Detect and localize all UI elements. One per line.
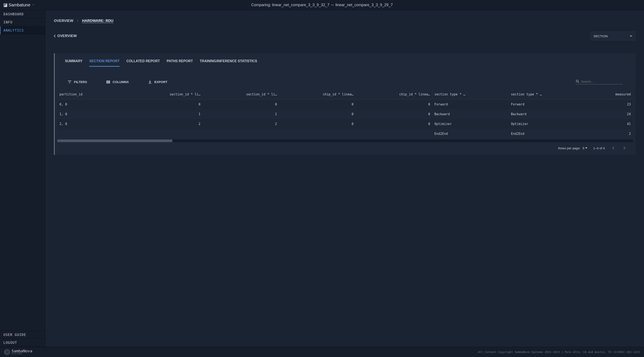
data-table: partition_id section_id * li… section_id… — [55, 90, 636, 139]
cell-section-id-a: 2 — [126, 119, 202, 129]
section-dropdown-value: SECTION — [594, 34, 608, 38]
breadcrumb-current[interactable]: HARDWARE: RDU — [82, 19, 113, 23]
filters-button[interactable]: FILTERS — [68, 80, 87, 84]
chevron-down-icon — [630, 35, 632, 37]
breadcrumb-separator: / — [77, 19, 78, 23]
footer-copyright: All Content Copyright SambaNova Systems … — [478, 350, 640, 354]
tab-section-report[interactable]: SECTION REPORT — [89, 57, 120, 67]
cell-section-type-a: Optimizer — [432, 119, 509, 129]
tab-paths-report[interactable]: PATHS REPORT — [166, 57, 193, 67]
columns-label: COLUMNS — [112, 80, 129, 84]
cell-section-type-a: Forward — [432, 100, 509, 110]
cell-partition-id: 0, 0 — [57, 100, 126, 110]
svg-point-3 — [576, 80, 578, 82]
cell-partition-id — [57, 129, 126, 139]
cell-chip-id-a: 0 — [279, 100, 356, 110]
table-row[interactable]: 2, 0 2 2 0 0 Optimizer Optimizer 41 — [57, 119, 633, 129]
search-icon — [576, 80, 579, 83]
back-button[interactable]: OVERVIEW — [54, 34, 77, 38]
cell-chip-id-b: 0 — [356, 100, 432, 110]
prev-page-button[interactable] — [611, 146, 616, 150]
rows-per-page-value: 5 — [582, 146, 584, 150]
table-row[interactable]: 1, 0 1 1 0 0 Backward Backward 24 — [57, 109, 633, 119]
sidebar-item-dashboard[interactable]: DASHBOARD — [0, 10, 45, 18]
cell-section-type-b: Optimizer — [509, 119, 585, 129]
col-section-type-a[interactable]: section type * … — [432, 90, 509, 100]
sidebar-item-label: DASHBOARD — [4, 12, 24, 16]
rows-per-page-select[interactable]: 5 — [582, 146, 587, 150]
cell-section-id-a — [126, 129, 202, 139]
sidebar-item-label: LOGOUT — [4, 340, 17, 345]
cell-partition-id: 2, 0 — [57, 119, 126, 129]
tab-training-inference-statistics[interactable]: TRAINING/INFERENCE STATISTICS — [200, 57, 257, 67]
cell-partition-id: 1, 0 — [57, 109, 126, 119]
svg-rect-2 — [109, 80, 110, 84]
footer-brand: SambaNova — [12, 349, 32, 353]
report-card: SUMMARY SECTION REPORT COLLATED REPORT P… — [54, 53, 636, 155]
footer: SambaNova SYSTEMS All Content Copyright … — [0, 347, 644, 357]
horizontal-scrollbar[interactable] — [57, 140, 633, 142]
trademark: ™ — [32, 4, 34, 6]
cell-section-id-a: 0 — [126, 100, 202, 110]
cell-section-id-b: 1 — [202, 109, 279, 119]
cell-measured: 41 — [586, 119, 633, 129]
filter-icon — [68, 80, 72, 84]
dropdown-caret-icon — [585, 148, 587, 149]
table-header-row: partition_id section_id * li… section_id… — [57, 90, 633, 100]
table-toolbar: FILTERS COLUMNS EXPORT — [55, 67, 636, 90]
cell-measured: 23 — [586, 100, 633, 110]
col-section-id-a[interactable]: section_id * li… — [126, 90, 202, 100]
app-brand: Sambatune — [8, 2, 30, 8]
cell-measured: 24 — [586, 109, 633, 119]
cell-section-type-b: Forward — [509, 100, 585, 110]
sidebar-item-user-guide[interactable]: USER GUIDE — [0, 330, 45, 339]
col-chip-id-a[interactable]: chip_id * linea… — [279, 90, 356, 100]
sidebar-item-info[interactable]: INFO — [0, 18, 45, 26]
cell-chip-id-a — [279, 129, 356, 139]
footer-logo: SambaNova SYSTEMS — [4, 349, 32, 355]
cell-chip-id-b: 0 — [356, 119, 432, 129]
download-icon — [148, 80, 152, 84]
export-button[interactable]: EXPORT — [148, 80, 168, 84]
col-section-id-b[interactable]: section_id * li… — [202, 90, 279, 100]
cell-section-type-b: Backward — [509, 109, 585, 119]
breadcrumb-root[interactable]: OVERVIEW — [54, 19, 73, 23]
svg-rect-1 — [108, 80, 109, 84]
tab-label: SUMMARY — [65, 59, 82, 63]
columns-button[interactable]: COLUMNS — [106, 80, 129, 84]
section-dropdown[interactable]: SECTION — [590, 32, 636, 40]
sidebar-item-label: USER GUIDE — [4, 333, 26, 337]
filters-label: FILTERS — [74, 80, 87, 84]
cell-chip-id-b — [356, 129, 432, 139]
tab-collated-report[interactable]: COLLATED REPORT — [126, 57, 160, 67]
cell-chip-id-a: 0 — [279, 109, 356, 119]
cell-chip-id-b: 0 — [356, 109, 432, 119]
sidebar-item-analytics[interactable]: ANALYTICS — [0, 26, 45, 34]
sidebar-item-logout[interactable]: LOGOUT — [0, 339, 45, 347]
top-bar: Sambatune ™ Comparing: linear_net_compar… — [0, 0, 644, 10]
search-field[interactable] — [576, 80, 623, 84]
col-chip-id-b[interactable]: chip_id * linea… — [356, 90, 432, 100]
tab-label: SECTION REPORT — [89, 59, 120, 63]
next-page-button[interactable] — [622, 146, 627, 150]
col-section-type-b[interactable]: section type * … — [509, 90, 585, 100]
table-row[interactable]: 0, 0 0 0 0 0 Forward Forward 23 — [57, 100, 633, 110]
main-content: OVERVIEW / HARDWARE: RDU OVERVIEW SECTIO… — [46, 10, 644, 347]
table-row[interactable]: End2End End2End 2 — [57, 129, 633, 139]
search-input[interactable] — [581, 80, 623, 83]
report-tabs: SUMMARY SECTION REPORT COLLATED REPORT P… — [55, 53, 636, 67]
col-partition-id[interactable]: partition_id — [57, 90, 126, 100]
footer-logo-icon — [4, 349, 10, 355]
sidebar-item-label: ANALYTICS — [4, 28, 24, 32]
footer-brand-sub: SYSTEMS — [12, 353, 32, 355]
cell-section-id-b — [202, 129, 279, 139]
svg-rect-0 — [106, 80, 107, 84]
sidebar: DASHBOARD INFO ANALYTICS USER GUIDE LOGO… — [0, 10, 46, 347]
cell-section-id-b: 0 — [202, 100, 279, 110]
cell-section-type-a: Backward — [432, 109, 509, 119]
col-measured[interactable]: measured — [586, 90, 633, 100]
cell-chip-id-a: 0 — [279, 119, 356, 129]
horizontal-scroll-thumb[interactable] — [57, 140, 172, 142]
chevron-left-icon — [54, 34, 56, 38]
tab-summary[interactable]: SUMMARY — [65, 57, 82, 67]
